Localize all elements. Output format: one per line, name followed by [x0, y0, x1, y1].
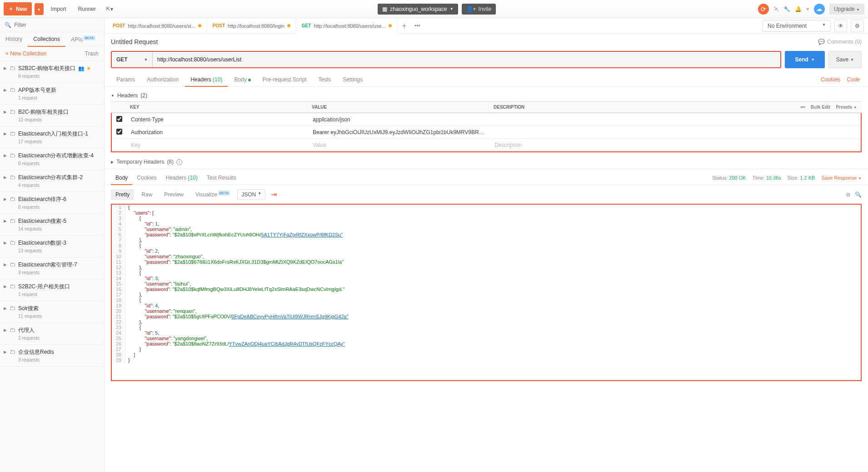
- method-selector[interactable]: GET▼: [112, 52, 153, 67]
- wrap-lines-icon[interactable]: ⇥: [268, 190, 279, 199]
- runner-button[interactable]: Runner: [74, 3, 100, 15]
- request-tab[interactable]: GEThttp://localhost:8080/users/use...: [296, 18, 398, 34]
- view-raw[interactable]: Raw: [137, 189, 157, 200]
- environment-selector[interactable]: No Environment▼: [763, 20, 831, 32]
- collection-item[interactable]: ▶ 🗀 Elasticsearch排序-60 requests: [0, 192, 104, 214]
- folder-icon: 🗀: [10, 283, 15, 290]
- profile-icon[interactable]: ☁: [814, 4, 825, 15]
- collection-item[interactable]: ▶ 🗀 S2B2C-用户相关接口1 request: [0, 279, 104, 301]
- tab-history[interactable]: History: [0, 32, 28, 46]
- header-checkbox[interactable]: [116, 116, 122, 122]
- new-button[interactable]: ＋New: [4, 2, 32, 15]
- chevron-right-icon: ▶: [4, 306, 7, 311]
- tab-settings[interactable]: Settings: [338, 73, 368, 86]
- heart-icon[interactable]: ♥: [806, 6, 809, 12]
- tab-tests[interactable]: Tests: [313, 73, 337, 86]
- share-icon: 👥: [78, 65, 85, 71]
- settings-gear-icon[interactable]: ⚙: [851, 20, 863, 32]
- presets-button[interactable]: Presets ▼: [836, 105, 857, 110]
- chevron-right-icon: ▶: [4, 197, 7, 201]
- environment-quicklook-icon[interactable]: 👁: [834, 20, 847, 32]
- folder-icon: 🗀: [10, 196, 15, 202]
- bulk-edit-button[interactable]: Bulk Edit: [811, 105, 830, 110]
- collection-item[interactable]: ▶ 🗀 Solr搜索11 requests: [0, 301, 104, 323]
- view-preview[interactable]: Preview: [160, 189, 188, 200]
- response-tab-body[interactable]: Body: [111, 171, 132, 185]
- header-row-new[interactable]: KeyValueDescription: [112, 139, 861, 151]
- save-response-button[interactable]: Save Response ▼: [821, 175, 862, 181]
- import-button[interactable]: Import: [46, 3, 71, 15]
- unsaved-dot-icon: [287, 24, 290, 27]
- response-tab-tests[interactable]: Test Results: [202, 171, 241, 185]
- invite-button[interactable]: 👤+ Invite: [462, 4, 496, 15]
- new-dropdown[interactable]: ▼: [35, 3, 44, 15]
- folder-icon: 🗀: [10, 305, 15, 311]
- collection-item[interactable]: ▶ 🗀 Elasticsearch搜索-514 requests: [0, 214, 104, 236]
- folder-icon: 🗀: [10, 86, 15, 93]
- collection-item[interactable]: ▶ 🗀 S2B2C-购物车相关接口 👥 ★8 requests: [0, 61, 104, 83]
- new-tab-button[interactable]: +: [398, 22, 411, 30]
- request-tab[interactable]: POSThttp://localhost:8080/login: [207, 18, 296, 34]
- send-button[interactable]: Send▼: [785, 51, 824, 68]
- collection-item[interactable]: ▶ 🗀 Elasticsearch索引管理-73 requests: [0, 257, 104, 279]
- collection-item[interactable]: ▶ 🗀 代理人2 requests: [0, 323, 104, 345]
- collection-item[interactable]: ▶ 🗀 Elasticsearch分布式集群-24 requests: [0, 170, 104, 192]
- response-tab-cookies[interactable]: Cookies: [132, 171, 161, 185]
- workspace-selector[interactable]: ▦ zhaoxinguo_workspace ▼: [378, 4, 458, 15]
- comments-button[interactable]: 💬Comments (0): [818, 39, 862, 45]
- collection-item[interactable]: ▶ 🗀 Elasticsearch入门相关接口-117 requests: [0, 126, 104, 148]
- tab-headers[interactable]: Headers (10): [185, 73, 228, 86]
- satellite-icon[interactable]: 🛰: [773, 6, 779, 12]
- bell-icon[interactable]: 🔔: [795, 6, 802, 12]
- format-selector[interactable]: JSON▼: [237, 189, 265, 200]
- collection-item[interactable]: ▶ 🗀 Elasticsearch数据-313 requests: [0, 236, 104, 257]
- chevron-right-icon: ▶: [4, 66, 7, 70]
- filter-input[interactable]: [14, 22, 100, 28]
- wrench-icon[interactable]: 🔧: [783, 6, 790, 12]
- unsaved-dot-icon: [198, 24, 201, 27]
- collection-item[interactable]: ▶ 🗀 企业信息Redis3 requests: [0, 345, 104, 367]
- temporary-headers-toggle[interactable]: ▶ Temporary Headers (8) i: [105, 155, 868, 169]
- folder-icon: 🗀: [10, 152, 15, 159]
- url-input[interactable]: [153, 52, 780, 67]
- copy-icon[interactable]: ⧉: [846, 191, 850, 198]
- chevron-right-icon: ▶: [4, 241, 7, 245]
- save-button[interactable]: Save▼: [828, 51, 862, 68]
- response-body[interactable]: 1{2 "users": [3 {4 "id": 1,5 "username":…: [111, 204, 862, 381]
- chevron-right-icon: ▶: [4, 328, 7, 332]
- folder-icon: 🗀: [10, 217, 15, 224]
- header-row[interactable]: AuthorizationBearer eyJhbGciOiJIUzUxMiJ9…: [112, 126, 861, 139]
- tab-collections[interactable]: Collections: [28, 32, 65, 46]
- cookies-link[interactable]: Cookies: [821, 76, 840, 83]
- collection-item[interactable]: ▶ 🗀 Elasticsearch分布式增删改查-40 requests: [0, 148, 104, 170]
- tab-overflow-button[interactable]: •••: [411, 23, 424, 29]
- response-tab-headers[interactable]: Headers (10): [161, 171, 202, 185]
- sync-icon[interactable]: ⟳: [758, 4, 769, 15]
- chevron-right-icon: ▶: [4, 262, 7, 267]
- tab-body[interactable]: Body: [229, 73, 256, 86]
- collection-item[interactable]: ▶ 🗀 APP版本号更新1 request: [0, 83, 104, 105]
- header-checkbox[interactable]: [116, 129, 122, 135]
- chevron-right-icon: ▶: [4, 153, 7, 158]
- new-collection-button[interactable]: + New Collection: [5, 50, 46, 57]
- request-title[interactable]: Untitled Request: [111, 38, 158, 45]
- tab-prerequest[interactable]: Pre-request Script: [257, 73, 312, 86]
- upgrade-button[interactable]: Upgrade ▼: [829, 4, 864, 15]
- view-pretty[interactable]: Pretty: [111, 189, 134, 200]
- headers-toggle[interactable]: ▼ Headers (2): [111, 90, 862, 101]
- unsaved-dot-icon: [389, 24, 392, 27]
- tab-params[interactable]: Params: [111, 73, 140, 86]
- search-response-icon[interactable]: 🔍: [855, 191, 862, 198]
- request-tab[interactable]: POSThttp://localhost:8080/users/si...: [107, 18, 207, 34]
- collection-item[interactable]: ▶ 🗀 B2C-购物车相关接口10 requests: [0, 105, 104, 126]
- view-visualize[interactable]: VisualizeBETA: [191, 189, 234, 200]
- code-link[interactable]: Code: [847, 76, 860, 83]
- chevron-right-icon: ▶: [4, 284, 7, 289]
- tab-apis[interactable]: APIsBETA: [65, 32, 101, 46]
- tab-authorization[interactable]: Authorization: [141, 73, 184, 86]
- header-row[interactable]: Content-Typeapplication/json: [112, 113, 861, 126]
- chevron-right-icon: ▶: [4, 88, 7, 92]
- headers-more-icon[interactable]: •••: [800, 105, 805, 110]
- trash-button[interactable]: Trash: [85, 50, 99, 57]
- open-new-icon[interactable]: ⇱▾: [103, 3, 116, 15]
